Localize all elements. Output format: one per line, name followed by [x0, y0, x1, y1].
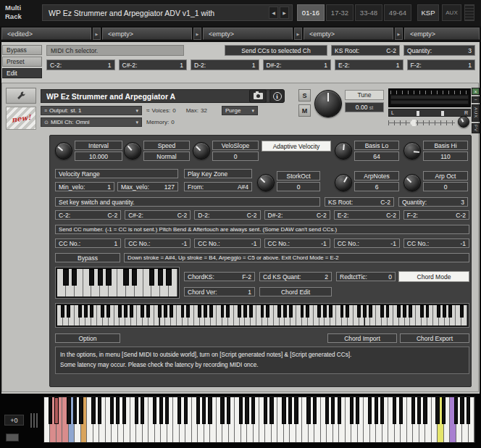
arpoct-value[interactable]: 0 — [423, 182, 468, 191]
panel-bypass-button[interactable]: Bypass — [55, 253, 120, 262]
black-key[interactable] — [73, 397, 77, 424]
black-key[interactable] — [306, 397, 310, 424]
ks-field-ds2[interactable]: D#-2:C-2 — [264, 210, 330, 220]
cd-ks-quant-field[interactable]: Cd KS Quant:2 — [259, 272, 332, 281]
arpoct-knob[interactable] — [403, 174, 421, 191]
black-key[interactable] — [135, 397, 138, 424]
black-key[interactable] — [196, 397, 200, 424]
redtcttic-field[interactable]: RedtctTic:0 — [336, 272, 396, 281]
black-key[interactable] — [220, 397, 224, 424]
minimize-icon[interactable]: − — [472, 96, 480, 103]
black-key[interactable] — [208, 397, 212, 424]
black-key[interactable] — [313, 397, 317, 424]
black-key[interactable] — [294, 397, 298, 424]
black-key[interactable] — [460, 397, 464, 424]
storkoct-knob[interactable] — [257, 174, 275, 191]
ch-field-ds2[interactable]: D#-2:1 — [263, 59, 332, 70]
page-tab-01-16[interactable]: 01-16 — [297, 4, 325, 21]
aux-pan-knob[interactable] — [458, 116, 469, 128]
black-key[interactable] — [467, 397, 470, 424]
cc-field-2[interactable]: CC No.:-1 — [125, 238, 191, 248]
black-key[interactable] — [122, 397, 126, 424]
slot-tab-empty-4[interactable]: <empty> — [404, 28, 480, 40]
slot-arrow-icon[interactable]: ▶ — [395, 28, 403, 40]
black-key[interactable] — [356, 397, 359, 424]
quantity-field[interactable]: Quantity: 3 — [403, 45, 475, 56]
black-key[interactable] — [251, 397, 255, 424]
cc-field-4[interactable]: CC No.:-1 — [264, 238, 330, 248]
basis-lo-knob[interactable] — [335, 142, 352, 159]
black-key[interactable] — [79, 397, 83, 424]
multi-prev-button[interactable]: ◀ — [269, 7, 278, 19]
cc-field-1[interactable]: CC No.:1 — [55, 238, 121, 248]
pan-strip[interactable]: L R — [388, 109, 471, 117]
black-key[interactable] — [67, 397, 70, 424]
chord-mode-button[interactable]: Chord Mode — [398, 271, 469, 282]
black-key[interactable] — [393, 397, 396, 424]
pan-handle-left[interactable] — [417, 111, 419, 116]
black-key[interactable] — [98, 397, 101, 424]
black-key[interactable] — [368, 397, 372, 424]
black-key[interactable] — [91, 397, 95, 424]
panel-ks-root-field[interactable]: KS Root:C-2 — [325, 197, 394, 207]
arpnotes-knob[interactable] — [335, 174, 352, 191]
page-tab-33-48[interactable]: 33-48 — [355, 4, 382, 21]
black-key[interactable] — [202, 397, 206, 424]
ks-root-field[interactable]: KS Root: C-2 — [331, 45, 400, 56]
keyboard-option-button[interactable] — [6, 434, 19, 441]
black-key[interactable] — [141, 397, 144, 424]
edit-button[interactable]: Edit — [2, 68, 42, 78]
speed-value[interactable]: Normal — [143, 152, 190, 161]
option-button[interactable]: Option — [55, 333, 120, 343]
black-key[interactable] — [49, 397, 52, 424]
slot-tab-empty-3[interactable]: <empty> — [304, 28, 393, 40]
purge-menu[interactable]: Purge ▾ — [222, 106, 258, 115]
black-key[interactable] — [165, 397, 169, 424]
basis-lo-value[interactable]: 64 — [354, 152, 399, 161]
arpnotes-value[interactable]: 6 — [354, 182, 399, 191]
ks-field-cs2[interactable]: C#-2:C-2 — [125, 210, 191, 220]
slot-tab-empty-1[interactable]: <empty> — [102, 28, 192, 40]
black-key[interactable] — [110, 397, 114, 424]
ch-field-cs2[interactable]: C#-2:1 — [119, 59, 188, 70]
black-key[interactable] — [159, 397, 163, 424]
black-key[interactable] — [417, 397, 421, 424]
adaptive-velocity-button[interactable]: Adaptive Velocity — [262, 141, 331, 152]
black-key[interactable] — [54, 397, 58, 424]
speed-knob[interactable] — [124, 142, 141, 159]
instrument-icon[interactable]: new! — [6, 107, 36, 130]
tune-value[interactable]: 0.00 st — [345, 102, 384, 112]
tune-knob[interactable] — [314, 90, 342, 117]
aux-sidebar-button[interactable]: AUX — [472, 104, 480, 122]
ch-field-c2[interactable]: C-2:1 — [46, 59, 115, 70]
chord-ver-field[interactable]: Chord Ver:1 — [184, 287, 255, 296]
basis-hi-value[interactable]: 110 — [423, 152, 468, 161]
chord-import-button[interactable]: Chord Import — [327, 333, 397, 343]
chord-export-button[interactable]: Chord Export — [400, 333, 469, 343]
cc-field-5[interactable]: CC No.:-1 — [334, 238, 400, 248]
instrument-title-bar[interactable]: WP Ez Strummer and Arpeggiator A ◀ ▶ — [41, 89, 281, 103]
solo-button[interactable]: S — [298, 89, 311, 101]
pv-button[interactable]: PV — [472, 123, 480, 133]
chord-edit-button[interactable]: Chord Edit — [259, 287, 332, 296]
volume-slider[interactable] — [388, 119, 455, 127]
black-key[interactable] — [442, 397, 446, 424]
mute-button[interactable]: M — [298, 104, 311, 117]
close-icon[interactable]: × — [472, 88, 480, 95]
bypass-rack-button[interactable]: Bypass — [2, 45, 42, 55]
multi-title-display[interactable]: WP Ez Strummer and Arpeggiator ADV v1_1 … — [42, 4, 293, 21]
black-key[interactable] — [454, 397, 458, 424]
ks-field-e2[interactable]: E-2:C-2 — [334, 210, 400, 220]
slot-tab-empty-2[interactable]: <empty> — [203, 28, 293, 40]
ch-field-e2[interactable]: E-2:1 — [335, 59, 403, 70]
ksp-button[interactable]: KSP — [417, 4, 439, 21]
interval-value[interactable]: 10.000 — [75, 152, 122, 161]
slot-arrow-icon[interactable]: ▶ — [93, 28, 101, 40]
black-key[interactable] — [435, 397, 439, 424]
output-selector[interactable]: ≡ Output: st. 1 ▾ — [41, 106, 142, 115]
black-key[interactable] — [153, 397, 156, 424]
black-key[interactable] — [116, 397, 120, 424]
aux-tab-button[interactable]: AUX — [442, 4, 461, 21]
black-key[interactable] — [399, 397, 403, 424]
preset-button[interactable]: Preset — [2, 57, 42, 67]
